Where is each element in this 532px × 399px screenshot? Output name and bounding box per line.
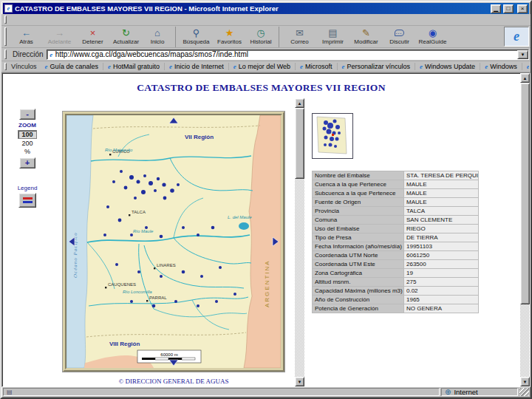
svg-text:CAUQUENES: CAUQUENES [108,282,136,287]
region-vii-label: VII Región [185,134,214,140]
link-item[interactable]: e Windows Update [415,63,480,70]
menu-item[interactable] [61,19,72,21]
scroll-down-icon[interactable]: ▼ [520,377,530,386]
link-page-icon: e [342,63,345,70]
page-scrollbar[interactable]: ▲ ▼ [520,73,530,386]
attribute-label: Fecha Información (año/mes/día) [313,242,404,251]
page-content: CATASTRO DE EMBALSES MAYORES VII REGION … [1,72,531,387]
attribute-label: Tipo de Presa [313,233,404,242]
forward-icon: → [55,28,64,38]
drag-grip[interactable] [4,63,7,70]
address-label: Dirección [13,50,44,58]
toolbar-button-label: Favoritos [217,38,242,45]
toolbar-button[interactable]: × Detener [76,27,109,47]
link-item[interactable]: e Microsoft [296,63,338,70]
legend-label: Legend [11,185,44,191]
zoom-panel: - ZOOM 100 200 % + Legend [11,109,44,209]
menu-item[interactable] [41,19,51,21]
toolbar-button-label: Adelante [48,38,72,45]
toolbar-button[interactable]: ⌂ Inicio [143,27,176,47]
toolbar-button[interactable]: ✉ Correo [283,27,316,47]
link-item-label: HotMail gratuito [113,63,160,70]
address-url[interactable]: http://www.cga.cl/dga/webcuencas/mapas/s… [55,50,517,58]
attribute-label: Uso del Embalse [313,225,404,233]
toolbar-button[interactable]: ▤ Imprimir [316,27,349,47]
attribute-label: Provincia [313,207,404,216]
zoom-level-200[interactable]: 200 [18,140,37,147]
scroll-up-icon[interactable]: ▲ [520,73,530,83]
drag-grip[interactable] [4,50,7,59]
back-icon: ← [21,28,31,38]
toolbar-button[interactable]: → Adelante [43,27,76,47]
overview-thumbnail-map[interactable] [312,113,353,159]
scroll-down-icon[interactable]: ▼ [295,377,304,386]
link-item[interactable]: e HotMail gratuito [103,63,165,70]
ie-window-icon: e [4,4,13,13]
menu-item[interactable] [20,19,30,21]
link-item-label: Lo mejor del Web [239,63,290,70]
menu-item[interactable] [51,19,61,21]
table-row: Nombre del Embalse STA. TERESA DE PERQUI… [313,171,479,180]
table-row: Fecha Información (año/mes/día) 19951103 [313,242,479,251]
table-row: Coordenada UTM Este 263500 [313,260,479,269]
zoom-in-button[interactable]: + [19,157,35,168]
menu-item[interactable] [30,19,41,21]
region-map[interactable]: CURICO TALCA LINARES PARRAL CAUQUENES Rí… [63,112,284,372]
attribute-value: 6061250 [404,251,479,260]
attribute-value: 263500 [404,260,479,269]
scrollbar-thumb[interactable] [295,108,304,179]
maximize-button[interactable]: □ [503,4,514,13]
minimize-button[interactable]: ▁ [491,4,501,13]
drag-grip[interactable] [4,27,7,46]
scroll-up-icon[interactable]: ▲ [295,98,304,108]
link-item-label: Microsoft [305,63,332,70]
address-input[interactable]: e http://www.cga.cl/dga/webcuencas/mapas… [47,50,529,60]
ie-logo-glyph: e [514,29,519,44]
edit-icon: ✎ [362,28,370,38]
attribute-table: Nombre del Embalse STA. TERESA DE PERQUI… [312,171,479,313]
discuss-icon: … [395,30,404,36]
link-item[interactable]: e Personalizar vínculos [338,63,416,70]
link-item[interactable]: e Guía de canales [41,63,104,70]
link-item[interactable]: e Windows Media [522,63,529,70]
link-page-icon: e [169,63,172,70]
status-zone-pane: ⊕ Internet [441,388,518,396]
zoom-level-100[interactable]: 100 [18,130,37,139]
map-frame-scrollbar[interactable]: ▲ ▼ [295,98,304,386]
close-button[interactable]: × [517,4,528,13]
toolbar-button[interactable]: ↻ Actualizar [109,27,143,47]
toolbar-button[interactable]: … Discutir [383,27,416,47]
link-item[interactable]: e Inicio de Internet [165,63,229,70]
link-item-label: Personalizar vínculos [347,63,411,70]
window-title: CATASTRO DE EMBALSES MAYORES VII REGION … [15,4,488,13]
zoom-out-button[interactable]: - [19,109,35,120]
map-graphic[interactable]: CURICO TALCA LINARES PARRAL CAUQUENES Rí… [66,115,281,368]
ie-logo: e [504,27,529,47]
attribute-label: Altitud msnm. [313,278,404,287]
link-item[interactable]: e Lo mejor del Web [229,63,296,70]
scrollbar-thumb[interactable] [520,83,530,304]
toolbar-button[interactable]: ← Atrás [10,27,43,47]
table-row: Comuna SAN CLEMENTE [313,216,479,225]
toolbar-button[interactable]: ◷ Historial [246,27,279,47]
toolbar-button[interactable]: ⚲ Búsqueda [180,27,213,47]
link-page-icon: e [485,63,488,70]
address-bar: Dirección e http://www.cga.cl/dga/webcue… [1,48,531,61]
toolbar-button[interactable]: ✎ Modificar [349,27,383,47]
attribute-label: Coordenada UTM Este [313,260,404,269]
table-row: Provincia TALCA [313,207,479,216]
toolbar-button[interactable]: ◉ RealGuide [416,27,449,47]
attribute-label: Coordenada UTM Norte [313,251,404,260]
menu-item[interactable] [10,19,20,21]
document-icon: ▤ [7,389,13,395]
drag-grip[interactable] [4,16,7,24]
link-item[interactable]: e Windows [480,63,522,70]
stop-icon: × [90,28,96,38]
attribute-value: 275 [404,278,479,287]
table-row: Potencia de Generación NO GENERA [313,304,479,313]
link-item-label: Windows Update [425,63,475,70]
resize-grip[interactable] [519,388,529,396]
address-dropdown-button[interactable]: ▼ [517,50,528,59]
legend-button[interactable] [18,193,36,208]
toolbar-button[interactable]: ★ Favoritos [213,27,246,47]
